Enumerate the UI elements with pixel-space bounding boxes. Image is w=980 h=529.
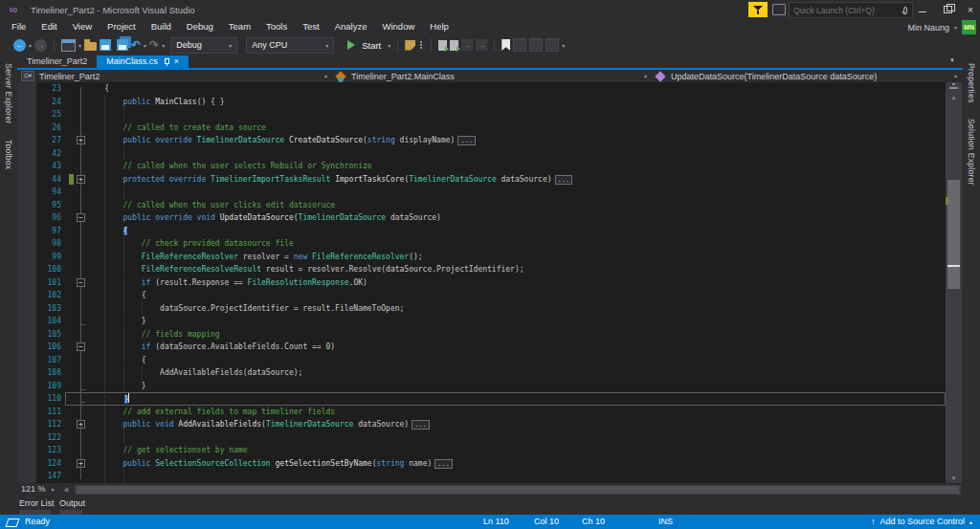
breakpoint-margin[interactable] — [17, 173, 36, 187]
collapsed-region-box[interactable]: ... — [412, 420, 430, 430]
new-project-icon[interactable] — [61, 39, 76, 52]
code-line-44[interactable]: 44+ protected override TimelinerImportTa… — [17, 173, 946, 187]
breakpoint-margin[interactable] — [17, 147, 36, 161]
breakpoint-margin[interactable] — [17, 341, 36, 354]
minimize-button[interactable] — [911, 0, 934, 19]
panel-tab-error-list[interactable]: Error List — [19, 498, 55, 508]
start-button[interactable]: Start — [362, 40, 381, 51]
menu-item-analyze[interactable]: Analyze — [327, 19, 375, 34]
bookmark-overflow-dropdown[interactable]: ▾ — [562, 42, 565, 49]
menu-item-build[interactable]: Build — [144, 19, 179, 34]
code-line-110[interactable]: 110 } — [17, 392, 946, 406]
menu-item-tools[interactable]: Tools — [258, 19, 295, 34]
open-file-icon[interactable] — [84, 42, 97, 51]
menu-item-debug[interactable]: Debug — [179, 19, 221, 34]
code-line-107[interactable]: 107 { — [17, 354, 946, 367]
menu-item-edit[interactable]: Edit — [33, 19, 64, 34]
breakpoint-margin[interactable] — [17, 276, 36, 290]
step-into-icon[interactable]: → — [461, 39, 473, 51]
new-project-dropdown[interactable]: ▾ — [78, 42, 81, 49]
breakpoint-margin[interactable] — [17, 199, 36, 212]
scrollbar-thumb[interactable] — [947, 180, 960, 289]
code-line-100[interactable]: 100 FileReferenceResolveResult result = … — [17, 263, 946, 276]
code-line-43[interactable]: 43 // called when the user selects Rebui… — [17, 160, 946, 173]
code-line-106[interactable]: 106− if (dataSource.AvailableFields.Coun… — [17, 341, 946, 354]
menu-item-file[interactable]: File — [4, 19, 33, 34]
zoom-control[interactable]: 121 % ▾ — [21, 484, 55, 494]
code-line-97[interactable]: 97 { — [17, 225, 946, 238]
notification-filter-button[interactable] — [748, 2, 768, 17]
code-line-95[interactable]: 95 // called when the user clicks edit d… — [17, 199, 946, 212]
breakpoint-margin[interactable] — [17, 82, 36, 96]
step-over-icon[interactable]: → — [476, 39, 487, 51]
side-tab-properties[interactable]: Properties — [967, 55, 976, 111]
code-line-105[interactable]: 105 // fields mapping — [17, 328, 946, 342]
navigate-file-forward-icon[interactable] — [450, 40, 458, 51]
close-tab-icon[interactable]: × — [174, 57, 179, 66]
breakpoint-margin[interactable] — [17, 457, 36, 471]
collapsed-region-box[interactable]: ... — [555, 175, 573, 185]
attach-to-process-icon[interactable] — [405, 40, 415, 51]
breakpoint-margin[interactable] — [17, 121, 36, 135]
clear-bookmarks-icon[interactable] — [546, 38, 559, 52]
code-line-42[interactable]: 42 — [17, 147, 946, 161]
breakpoint-margin[interactable] — [17, 211, 36, 225]
menu-item-project[interactable]: Project — [100, 19, 144, 34]
undo-icon[interactable]: ↶ — [131, 38, 141, 52]
quick-launch-input[interactable] — [790, 6, 903, 15]
quick-launch-box[interactable] — [789, 2, 913, 18]
toolbar-overflow-icon[interactable] — [420, 41, 422, 49]
menu-item-view[interactable]: View — [65, 19, 100, 34]
add-to-source-control-button[interactable]: ↑ Add to Source Control ▴ — [871, 517, 972, 526]
code-line-104[interactable]: 104 } — [17, 315, 946, 328]
tab-timeliner-part2[interactable]: Timeliner_Part2 — [17, 55, 97, 68]
start-dropdown[interactable]: ▾ — [388, 42, 390, 49]
tab-mainclass-cs[interactable]: MainClass.cs × — [97, 55, 189, 68]
code-line-108[interactable]: 108 AddAvailableFields(dataSource); — [17, 366, 946, 380]
breakpoint-margin[interactable] — [17, 237, 36, 251]
collapsed-region-box[interactable]: ... — [434, 459, 453, 469]
code-line-124[interactable]: 124+ public SelectionSourceCollection ge… — [17, 457, 946, 471]
breakpoint-margin[interactable] — [17, 470, 36, 483]
fold-toggle-icon[interactable]: + — [77, 420, 85, 429]
next-bookmark-icon[interactable] — [529, 38, 543, 52]
menu-item-help[interactable]: Help — [422, 19, 457, 34]
menu-item-team[interactable]: Team — [221, 19, 258, 34]
platform-combobox[interactable]: Any CPU▾ — [246, 37, 334, 54]
code-line-25[interactable]: 25 — [17, 108, 946, 121]
code-line-26[interactable]: 26 // called to create data source — [17, 121, 946, 135]
breakpoint-margin[interactable] — [17, 263, 36, 276]
fold-toggle-icon[interactable]: + — [77, 459, 85, 468]
navigate-forward-icon[interactable]: → — [34, 39, 47, 52]
code-line-101[interactable]: 101− if (result.Response == FileResoluti… — [17, 276, 946, 290]
navigate-back-icon[interactable]: ← — [13, 39, 26, 52]
code-line-94[interactable]: 94 — [17, 186, 946, 199]
save-all-icon[interactable] — [117, 39, 128, 51]
horizontal-scrollbar[interactable] — [75, 485, 961, 495]
code-line-98[interactable]: 98 // check provided datasource file — [17, 237, 946, 251]
bookmark-icon[interactable] — [501, 39, 510, 51]
code-line-122[interactable]: 122 — [17, 431, 946, 445]
menu-item-test[interactable]: Test — [295, 19, 326, 34]
breakpoint-margin[interactable] — [17, 431, 36, 445]
code-line-24[interactable]: 24 public MainClass() { } — [17, 96, 946, 109]
code-line-96[interactable]: 96− public override void UpdateDataSourc… — [17, 211, 946, 225]
code-line-99[interactable]: 99 FileReferenceResolver resolver = new … — [17, 251, 946, 264]
breakpoint-margin[interactable] — [17, 418, 36, 431]
breakpoint-margin[interactable] — [17, 444, 36, 457]
save-icon[interactable] — [100, 39, 111, 51]
breakpoint-margin[interactable] — [17, 108, 36, 121]
breakpoint-margin[interactable] — [17, 328, 36, 342]
code-line-147[interactable]: 147 — [17, 470, 946, 483]
redo-dropdown[interactable]: ▾ — [162, 42, 165, 49]
menu-item-window[interactable]: Window — [374, 19, 422, 34]
navigate-file-back-icon[interactable] — [438, 40, 447, 51]
breakpoint-margin[interactable] — [17, 186, 36, 199]
breakpoint-margin[interactable] — [17, 225, 36, 238]
breakpoint-margin[interactable] — [17, 406, 36, 419]
navigate-back-dropdown[interactable]: ▾ — [29, 42, 32, 49]
undo-dropdown[interactable]: ▾ — [144, 42, 146, 49]
vertical-scrollbar[interactable]: ▲ ▼ — [946, 82, 962, 483]
fold-toggle-icon[interactable]: − — [77, 342, 85, 351]
configuration-combobox[interactable]: Debug▾ — [170, 37, 237, 54]
